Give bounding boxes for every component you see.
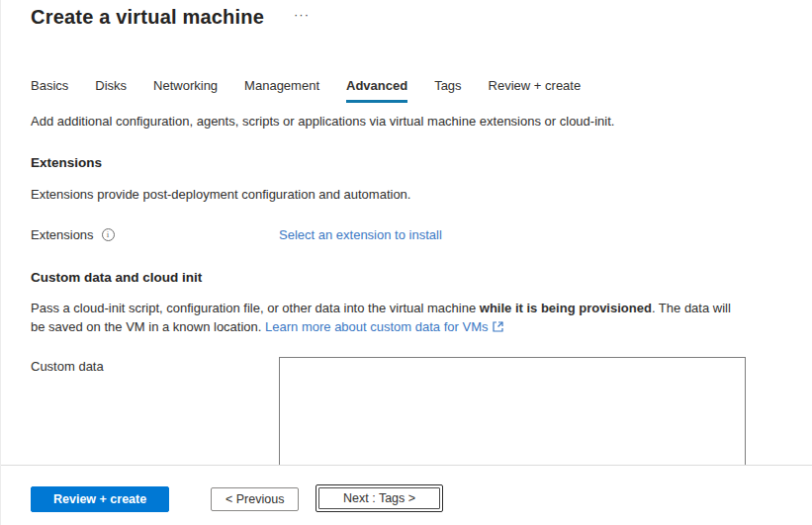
create-vm-blade: Create a virtual machine ··· Basics Disk… (0, 0, 812, 525)
review-create-button[interactable]: Review + create (31, 486, 169, 512)
custom-data-section-heading: Custom data and cloud init (31, 270, 782, 285)
extensions-field-label: Extensions (31, 227, 94, 242)
external-link-icon (493, 321, 503, 332)
more-options-icon[interactable]: ··· (292, 8, 312, 28)
custom-data-field-row: Custom data (31, 357, 782, 465)
tab-disks[interactable]: Disks (95, 78, 127, 103)
custom-data-description-bold: while it is being provisioned (480, 301, 652, 315)
custom-data-textarea[interactable] (279, 357, 746, 465)
learn-more-link-text: Learn more about custom data for VMs (265, 319, 488, 334)
wizard-tabs: Basics Disks Networking Management Advan… (31, 78, 782, 103)
extensions-field-row: Extensions i Select an extension to inst… (31, 225, 782, 243)
select-extension-link[interactable]: Select an extension to install (279, 227, 442, 242)
blade-content: Create a virtual machine ··· Basics Disk… (1, 0, 812, 465)
info-icon[interactable]: i (102, 228, 115, 241)
tab-networking[interactable]: Networking (153, 78, 218, 103)
custom-data-field-control (279, 357, 782, 465)
custom-data-description-text: Pass a cloud-init script, configuration … (31, 301, 480, 315)
page-title: Create a virtual machine (31, 6, 264, 29)
custom-data-field-label: Custom data (31, 359, 104, 374)
custom-data-field-label-cell: Custom data (31, 357, 279, 374)
extensions-field-label-cell: Extensions i (31, 225, 279, 242)
previous-button[interactable]: < Previous (211, 487, 299, 511)
tab-tags[interactable]: Tags (434, 78, 461, 103)
next-tags-button[interactable]: Next : Tags > (318, 487, 440, 509)
extensions-section-description: Extensions provide post-deployment confi… (31, 187, 782, 202)
wizard-footer: Review + create < Previous Next : Tags > (1, 465, 812, 525)
tab-basics[interactable]: Basics (31, 78, 68, 103)
tab-advanced[interactable]: Advanced (346, 78, 407, 103)
extensions-field-control: Select an extension to install (279, 225, 782, 243)
title-row: Create a virtual machine ··· (31, 6, 782, 29)
learn-more-link[interactable]: Learn more about custom data for VMs (265, 319, 502, 334)
extensions-section-heading: Extensions (31, 155, 782, 170)
custom-data-description: Pass a cloud-init script, configuration … (31, 299, 739, 336)
tab-intro-text: Add additional configuration, agents, sc… (31, 114, 782, 129)
tab-management[interactable]: Management (244, 78, 319, 103)
next-button-focus-ring: Next : Tags > (316, 484, 443, 512)
tab-review-create[interactable]: Review + create (489, 78, 582, 103)
